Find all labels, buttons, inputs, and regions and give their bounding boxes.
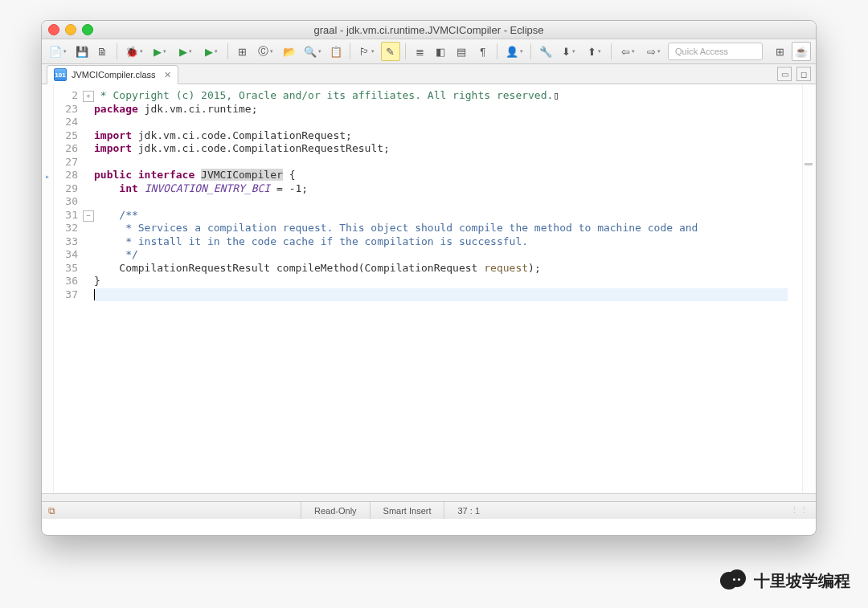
editor-tab-strip: 101 JVMCICompiler.class ✕ ▭ ◻ [42,64,816,84]
editor-tab-label: JVMCICompiler.class [72,70,156,80]
sync-button[interactable]: ⬇▾ [557,42,580,61]
line-number: 25 [65,129,78,143]
new-package-button[interactable]: ⊞ [233,42,252,61]
new-class-button[interactable]: Ⓒ▾ [254,42,277,61]
code-line[interactable] [94,288,802,302]
fold-collapse-icon[interactable]: − [83,210,94,222]
minimize-window-button[interactable] [65,24,76,35]
editor-tab[interactable]: 101 JVMCICompiler.class ✕ [47,65,178,84]
code-line[interactable]: /** [94,209,802,222]
toggle-mark-button[interactable]: ◧ [432,42,450,61]
highlight-button[interactable]: ✎ [381,42,399,61]
line-number: 36 [65,275,78,288]
watermark: 十里坡学编程 [720,569,850,592]
toggle-block-button[interactable]: ▤ [452,42,471,61]
line-number: 27 [65,156,78,169]
titlebar: graal - jdk.vm.ci.runtime.JVMCICompiler … [42,21,816,39]
line-number: 28 [65,169,78,182]
back-button[interactable]: ⇦▾ [616,42,640,61]
code-line[interactable]: package jdk.vm.ci.runtime; [94,103,802,116]
save-all-button[interactable]: 🗎 [93,42,112,61]
code-line[interactable]: * Services a compilation request. This o… [94,222,802,235]
coverage-button[interactable]: ▶▾ [174,42,197,61]
minimize-view-icon[interactable]: ▭ [777,67,792,81]
toggle-breadcrumb-button[interactable]: ≣ [411,42,429,61]
view-sash[interactable] [42,493,816,501]
fold-expand-icon[interactable]: + [83,91,94,102]
annotation-marker[interactable]: ▸ [43,170,52,180]
run-last-button[interactable]: ▶▾ [199,42,223,61]
filter-button[interactable]: 🏳▾ [355,42,379,61]
code-line[interactable]: } [94,275,802,288]
class-file-icon: 101 [54,68,67,81]
overview-ruler[interactable] [802,84,816,493]
close-window-button[interactable] [48,24,59,35]
line-number: 29 [65,182,78,196]
save-button[interactable]: 💾 [72,42,91,61]
status-mode: Read-Only [301,502,370,519]
window-title: graal - jdk.vm.ci.runtime.JVMCICompiler … [42,24,816,36]
line-number: 26 [65,142,78,156]
debug-button[interactable]: 🐞▾ [122,42,145,61]
open-type-button[interactable]: 📂 [280,42,298,61]
pin-button[interactable]: 🔧 [536,42,555,61]
line-number: 33 [65,235,78,249]
window-controls [48,24,93,35]
code-line[interactable]: */ [94,248,802,262]
zoom-window-button[interactable] [82,24,93,35]
maximize-view-icon[interactable]: ◻ [796,67,811,81]
line-number: 24 [65,116,78,129]
status-insert: Smart Insert [370,502,444,519]
code-line[interactable]: CompilationRequestResult compileMethod(C… [94,262,802,275]
line-number: 37 [65,288,78,302]
status-bar: ⧉ Read-Only Smart Insert 37 : 1 ⋮⋮ [42,501,816,519]
run-button[interactable]: ▶▾ [148,42,171,61]
open-perspective-button[interactable]: ⊞ [770,42,789,61]
line-number: 2 [72,89,78,103]
code-line[interactable]: public interface JVMCICompiler { [94,169,802,182]
close-tab-icon[interactable]: ✕ [164,70,171,80]
search-button[interactable]: 🔍▾ [301,42,324,61]
main-toolbar: 📄▾ 💾 🗎 🐞▾ ▶▾ ▶▾ ▶▾ ⊞ Ⓒ▾ 📂 🔍▾ 📋 🏳▾ ✎ ≣ ◧ … [42,39,816,64]
new-button[interactable]: 📄▾ [47,42,70,61]
user-button[interactable]: 👤▾ [502,42,526,61]
eclipse-window: graal - jdk.vm.ci.runtime.JVMCICompiler … [41,20,817,536]
code-line[interactable]: import jdk.vm.ci.code.CompilationRequest… [94,142,802,156]
line-number: 31 [65,209,78,222]
line-number: 30 [65,195,78,209]
text-caret [94,289,95,300]
java-perspective-button[interactable]: ☕ [792,42,811,61]
code-line[interactable]: int INVOCATION_ENTRY_BCI = -1; [94,182,802,196]
rss-icon[interactable]: ⧉ [43,505,59,516]
line-number: 34 [65,248,78,262]
line-number: 32 [65,222,78,235]
line-number: 23 [65,103,78,116]
show-whitespace-button[interactable]: ¶ [473,42,492,61]
status-cursor-pos: 37 : 1 [444,502,493,519]
watermark-text: 十里坡学编程 [754,570,850,592]
quick-access-input[interactable]: Quick Access [668,43,763,60]
line-number: 35 [65,262,78,275]
grip-icon: ⋮⋮ [790,505,816,516]
code-editor[interactable]: ▸ 2232425262728293031323334353637 +− * C… [42,84,816,493]
task-button[interactable]: 📋 [326,42,345,61]
code-line[interactable]: import jdk.vm.ci.code.CompilationRequest… [94,129,802,143]
commit-button[interactable]: ⬆▾ [583,42,606,61]
forward-button[interactable]: ⇨▾ [642,42,665,61]
wechat-icon [720,569,747,592]
code-line[interactable]: * install it in the code cache if the co… [94,235,802,249]
code-line[interactable]: * Copyright (c) 2015, Oracle and/or its … [94,89,802,103]
